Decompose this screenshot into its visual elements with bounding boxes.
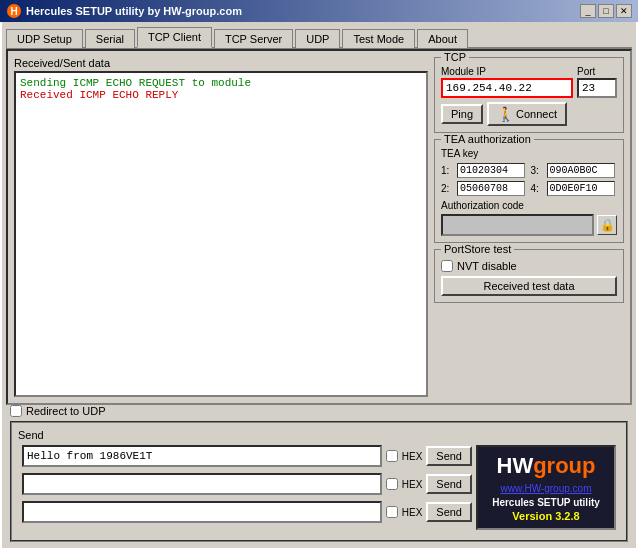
svg-text:H: H [10,6,17,17]
tea-group-title: TEA authorization [441,133,534,145]
hw-version: Version 3.2.8 [512,510,579,522]
title-bar: H Hercules SETUP utility by HW-group.com… [0,0,638,22]
tea-row-4: 4: [531,181,618,196]
hex-check-1[interactable] [386,450,398,462]
hw-product: Hercules SETUP utility [492,497,600,508]
tcp-group-title: TCP [441,51,469,63]
connect-label: Connect [516,108,557,120]
tcp-ip-row: Module IP Port [441,66,617,98]
left-panel: Received/Sent data Sending ICMP ECHO REQ… [14,57,428,397]
hex-label-1: HEX [402,451,423,462]
port-group: Port [577,66,617,98]
tab-test-mode[interactable]: Test Mode [342,29,415,48]
nvt-disable-row: NVT disable [441,260,617,272]
portstore-group: PortStore test NVT disable Received test… [434,249,624,303]
close-button[interactable]: ✕ [616,4,632,18]
hex-check-3[interactable] [386,506,398,518]
lock-button[interactable]: 🔒 [597,215,617,235]
send-button-2[interactable]: Send [426,474,472,494]
redirect-row: Redirect to UDP [10,405,628,417]
send-section: Send HEX Send HEX Send [10,421,628,542]
hw-text: HW [497,453,534,479]
send-input-3[interactable] [22,501,382,523]
tab-tcp-client[interactable]: TCP Client [137,27,212,48]
auth-code-input[interactable] [441,214,594,236]
send-inputs: HEX Send HEX Send HEX Send [22,445,472,530]
tea-row-3: 3: [531,163,618,178]
lock-icon: 🔒 [600,218,615,232]
nvt-disable-label: NVT disable [457,260,517,272]
hex-label-2: HEX [402,479,423,490]
tab-udp-setup[interactable]: UDP Setup [6,29,83,48]
send-row-3: HEX Send [22,501,472,523]
auth-row: 🔒 [441,214,617,236]
minimize-button[interactable]: _ [580,4,596,18]
auth-code-label: Authorization code [441,200,617,211]
main-window: UDP Setup Serial TCP Client TCP Server U… [0,22,638,550]
hw-group-logo: HW group [497,453,596,479]
tab-udp[interactable]: UDP [295,29,340,48]
content-wrapper: UDP Setup Serial TCP Client TCP Server U… [6,26,632,546]
received-test-data-button[interactable]: Received test data [441,276,617,296]
ip-group: Module IP [441,66,573,98]
maximize-button[interactable]: □ [598,4,614,18]
terminal-line-1: Sending ICMP ECHO REQUEST to module [20,77,422,89]
tea-num-3: 3: [531,165,545,176]
tea-group: TEA authorization TEA key 1: 3: 2: [434,139,624,243]
module-ip-input[interactable] [441,78,573,98]
port-input[interactable] [577,78,617,98]
send-button-3[interactable]: Send [426,502,472,522]
tab-tcp-server[interactable]: TCP Server [214,29,293,48]
send-button-1[interactable]: Send [426,446,472,466]
ping-button[interactable]: Ping [441,104,483,124]
hex-label-3: HEX [402,507,423,518]
connect-icon: 🚶 [497,106,514,122]
send-row-2: HEX Send [22,473,472,495]
portstore-group-title: PortStore test [441,243,514,255]
terminal-line-2: Received ICMP ECHO REPLY [20,89,422,101]
nvt-disable-checkbox[interactable] [441,260,453,272]
group-text: group [533,453,595,479]
tab-bar: UDP Setup Serial TCP Client TCP Server U… [6,26,632,49]
send-input-2[interactable] [22,473,382,495]
right-panel: TCP Module IP Port Ping [434,57,624,397]
branding-box: HW group www.HW-group.com Hercules SETUP… [476,445,616,530]
connect-button[interactable]: 🚶 Connect [487,102,567,126]
tea-input-3[interactable] [547,163,615,178]
hw-website[interactable]: www.HW-group.com [501,483,592,494]
send-row-1: HEX Send [22,445,472,467]
tab-about[interactable]: About [417,29,468,48]
tea-num-4: 4: [531,183,545,194]
tea-key-label: TEA key [441,148,617,159]
tea-row-2: 2: [441,181,528,196]
tea-num-2: 2: [441,183,455,194]
send-input-1[interactable] [22,445,382,467]
title-text: Hercules SETUP utility by HW-group.com [26,5,242,17]
tcp-group: TCP Module IP Port Ping [434,57,624,133]
tea-input-4[interactable] [547,181,615,196]
tea-grid: 1: 3: 2: 4: [441,163,617,196]
bottom-section: HEX Send HEX Send HEX Send [22,445,616,530]
hex-check-2[interactable] [386,478,398,490]
tea-input-1[interactable] [457,163,525,178]
redirect-udp-checkbox[interactable] [10,405,22,417]
received-label: Received/Sent data [14,57,428,69]
app-icon: H [6,3,22,19]
terminal[interactable]: Sending ICMP ECHO REQUEST to module Rece… [14,71,428,397]
tea-row-1: 1: [441,163,528,178]
tab-serial[interactable]: Serial [85,29,135,48]
module-ip-label: Module IP [441,66,573,77]
title-controls: _ □ ✕ [580,4,632,18]
content-area: Received/Sent data Sending ICMP ECHO REQ… [6,49,632,405]
tea-input-2[interactable] [457,181,525,196]
ping-connect-row: Ping 🚶 Connect [441,102,617,126]
port-label: Port [577,66,617,77]
redirect-udp-label: Redirect to UDP [26,405,105,417]
tea-num-1: 1: [441,165,455,176]
received-test-btn-wrapper: Received test data [441,276,617,296]
send-group-title: Send [18,429,620,441]
title-bar-left: H Hercules SETUP utility by HW-group.com [6,3,242,19]
